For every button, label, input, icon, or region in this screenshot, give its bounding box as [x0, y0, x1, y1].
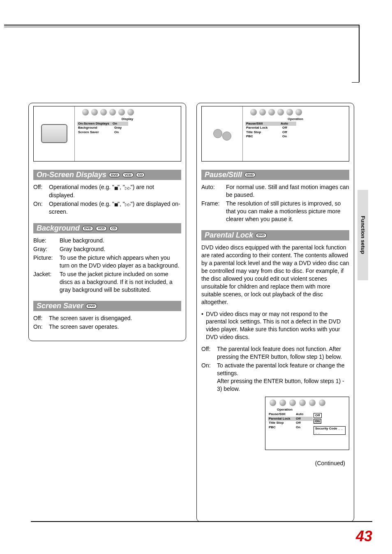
dvd-badge: DVD	[256, 233, 267, 238]
menu-item: PBC	[269, 425, 296, 429]
text: To activate the parental lock feature or…	[217, 362, 349, 393]
menu-icon	[279, 399, 286, 406]
security-code: Security Code _ _ _ _	[314, 426, 346, 435]
menu-value: On	[296, 425, 312, 429]
text: For normal use. Still and fast motion im…	[226, 183, 349, 199]
vcd-badge: VCD	[122, 173, 134, 178]
text: Gray background.	[60, 245, 105, 253]
page-number: 43	[356, 528, 372, 545]
side-tab: Function setup	[357, 190, 368, 280]
pause-still-header: Pause/Still DVD	[201, 170, 349, 180]
label: Off:	[33, 314, 49, 322]
screen-saver-header: Screen Saver DVD	[33, 301, 181, 311]
menu-icon	[319, 399, 325, 406]
text: The screen saver is disengaged.	[49, 314, 132, 322]
menu-icon	[299, 399, 306, 406]
menu-item: PBC	[246, 134, 282, 138]
menu-value: Off	[296, 421, 312, 425]
vcd-badge: VCD	[96, 226, 107, 231]
label: Off:	[201, 345, 217, 361]
section-title: Parental Lock	[205, 231, 253, 240]
label: Picture:	[33, 254, 60, 270]
text: Operational modes (e.g. "", "") are disp…	[49, 200, 181, 216]
text: Operational modes (e.g. "", "") are not …	[49, 183, 181, 199]
menu-icon	[82, 109, 89, 115]
menu-item: Parental Lock	[269, 417, 296, 421]
menu-icon	[259, 109, 266, 115]
menu-value: On	[112, 122, 128, 126]
option-on: On	[314, 419, 321, 424]
page-border	[4, 25, 359, 27]
dvd-badge: DVD	[82, 226, 93, 231]
menu-icon	[118, 109, 125, 115]
menu-value: Gray	[114, 126, 131, 130]
text: Blue background.	[60, 237, 104, 245]
label: On:	[33, 200, 49, 216]
menu-value: Off	[282, 130, 299, 134]
menu-value: Off	[282, 126, 299, 130]
hands-icon	[202, 106, 243, 161]
menu-icon	[100, 109, 107, 115]
section-title: Screen Saver	[37, 302, 83, 310]
text: The screen saver operates.	[49, 323, 119, 331]
fast-forward-icon	[125, 200, 131, 208]
menu-icon	[277, 109, 284, 115]
submenu-title: Operation	[269, 408, 312, 411]
footer-line	[31, 521, 372, 522]
label: On:	[33, 323, 49, 331]
label: Frame:	[201, 200, 226, 223]
menu-item: On-Screen Displays	[77, 122, 113, 126]
menu-value: On	[282, 134, 299, 138]
section-title: Pause/Still	[205, 171, 242, 179]
menu-item: Background	[78, 126, 114, 130]
display-settings-box: Display On-Screen DisplaysOn BackgroundG…	[33, 106, 181, 162]
parental-submenu: Operation Pause/StillAuto Parental LockO…	[265, 397, 349, 450]
label: Auto:	[201, 183, 226, 199]
operation-settings-box: Operation Pause/StillAuto Parental LockO…	[201, 106, 349, 162]
text: DVD video discs may or may not respond t…	[206, 310, 349, 342]
dvd-badge: DVD	[244, 173, 256, 178]
menu-icon	[295, 109, 302, 115]
cd-badge: CD	[136, 173, 145, 178]
section-title: On-Screen Displays	[37, 171, 106, 179]
menu-icon	[127, 109, 134, 115]
menu-icon	[268, 109, 275, 115]
option-off: Off	[314, 413, 322, 418]
continued-label: (Continued)	[201, 457, 349, 466]
menu-icon	[109, 109, 116, 115]
bullet-icon: •	[201, 310, 203, 342]
parental-intro: DVD video discs equipped with the parent…	[201, 244, 349, 306]
menu-item: Title Stop	[246, 130, 282, 134]
menu-item: Parental Lock	[246, 126, 282, 130]
tv-icon	[34, 106, 75, 161]
label: On:	[201, 362, 217, 393]
menu-icon	[91, 109, 98, 115]
menu-item: Pause/Still	[245, 122, 281, 126]
menu-icon	[250, 109, 257, 115]
pause-icon	[114, 200, 118, 208]
menu-title: Operation	[246, 117, 345, 121]
menu-icon	[270, 399, 276, 406]
section-title: Background	[37, 224, 80, 233]
text: The parental lock feature does not funct…	[217, 345, 349, 361]
dvd-badge: DVD	[109, 173, 120, 178]
background-header: Background DVD VCD CD	[33, 223, 181, 233]
parental-lock-header: Parental Lock DVD	[201, 230, 349, 240]
text: To use the jacket picture included on so…	[60, 270, 181, 294]
menu-title: Display	[78, 117, 177, 121]
left-column: Display On-Screen DisplaysOn BackgroundG…	[28, 103, 186, 343]
menu-value: Auto	[280, 122, 296, 126]
right-column: Operation Pause/StillAuto Parental LockO…	[196, 103, 354, 471]
label: Off:	[33, 183, 49, 199]
label: Jacket:	[33, 270, 60, 294]
text: To use the picture which appears when yo…	[60, 254, 181, 270]
menu-value: On	[114, 130, 131, 134]
label: Gray:	[33, 245, 60, 253]
menu-icon-row	[78, 109, 177, 115]
dvd-badge: DVD	[86, 304, 97, 309]
menu-value: Auto	[296, 412, 312, 416]
cd-badge: CD	[109, 226, 118, 231]
parental-note: • DVD video discs may or may not respond…	[201, 310, 349, 342]
menu-icon-row	[246, 109, 345, 115]
menu-icon	[286, 109, 293, 115]
